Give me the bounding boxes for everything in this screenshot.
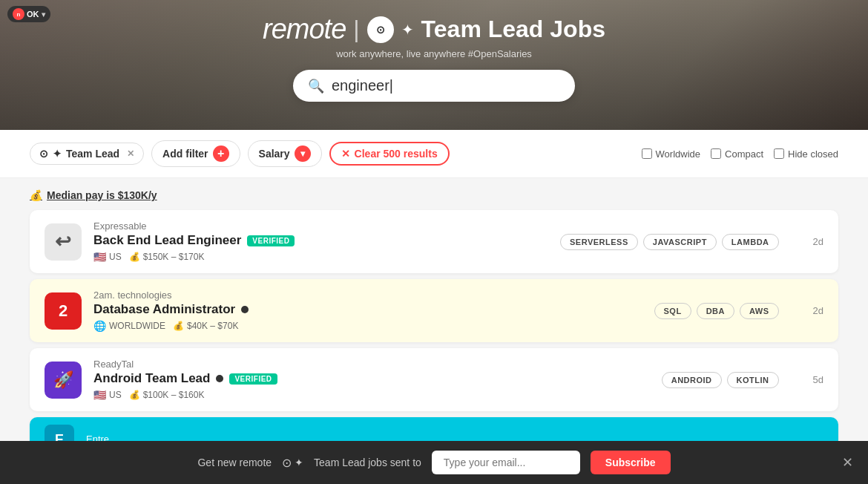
worldwide-label: Worldwide (656, 148, 700, 160)
salary-filter-button[interactable]: Salary ▾ (248, 140, 322, 167)
median-pay-icon: 💰 (30, 189, 42, 201)
time-ago: 2d (813, 236, 823, 247)
location-item: 🇺🇸 US (93, 389, 122, 401)
salary-value: $40K – $70K (187, 321, 238, 331)
job-card[interactable]: 2 2am. technologies Database Administrat… (30, 279, 838, 342)
search-icon: 🔍 (308, 78, 324, 94)
company-name: 2am. technologies (93, 290, 642, 301)
globe-icon: 🌐 (93, 320, 106, 332)
company-name: Expressable (93, 220, 548, 232)
salary-item: 💰 $40K – $70K (173, 321, 238, 331)
salary-filter-label: Salary (259, 148, 290, 160)
email-input[interactable] (432, 451, 580, 474)
worldwide-checkbox[interactable] (642, 148, 652, 159)
hide-closed-label: Hide closed (788, 148, 838, 160)
location-label: US (109, 252, 122, 262)
tag-pill: AWS (740, 303, 779, 319)
time-ago: 5d (813, 374, 823, 385)
salary-chevron-icon: ▾ (295, 145, 311, 162)
hide-closed-checkbox-item[interactable]: Hide closed (774, 148, 838, 160)
logo-letter: 2 (59, 301, 68, 321)
tag-pill: JAVASCRIPT (643, 234, 717, 250)
bottom-bar-icons: ⊙ ✦ (282, 456, 303, 470)
company-name: ReadyTal (93, 359, 650, 370)
search-bar-wrap: 🔍 (293, 70, 575, 102)
job-meta: 🌐 WORLDWIDE 💰 $40K – $70K (93, 320, 642, 332)
ok-label: OK (27, 10, 39, 19)
team-lead-filter-label: Team Lead (66, 148, 119, 160)
clear-results-button[interactable]: ✕ Clear 500 results (329, 142, 450, 166)
flag-icon: 🇺🇸 (93, 251, 106, 263)
flag-icon: 🇺🇸 (93, 389, 106, 401)
location-item: 🌐 WORLDWIDE (93, 320, 165, 332)
job-title-row: Back End Lead Engineer VERIFIED (93, 233, 548, 248)
job-info: Expressable Back End Lead Engineer VERIF… (93, 220, 548, 263)
team-lead-filter-tag[interactable]: ⊙ ✦ Team Lead ✕ (30, 143, 144, 165)
remote-globe-icon: ⊙ (367, 16, 394, 43)
job-meta: 🇺🇸 US 💰 $150K – $170K (93, 251, 548, 263)
verified-badge: VERIFIED (247, 235, 295, 246)
tag-pills: ANDROID KOTLIN (662, 372, 779, 388)
arrow-icon: ✦ (401, 21, 414, 39)
logo-divider: | (353, 16, 359, 43)
search-input[interactable] (332, 77, 560, 94)
tag-pill: DBA (697, 303, 734, 319)
bottom-bar: Get new remote ⊙ ✦ Team Lead jobs sent t… (0, 441, 868, 484)
tag-pill: ANDROID (662, 372, 722, 388)
compact-checkbox-item[interactable]: Compact (711, 148, 763, 160)
clear-label: Clear 500 results (355, 148, 438, 160)
add-filter-plus-icon: + (213, 145, 229, 162)
compact-checkbox[interactable] (711, 148, 721, 159)
median-pay-link[interactable]: 💰 Median pay is $130K/y (30, 189, 157, 201)
median-pay-label: Median pay is $130K/y (47, 189, 157, 201)
team-lead-filter-icon: ⊙ (39, 148, 48, 160)
header: remote | ⊙ ✦ Team Lead Jobs work anywher… (0, 0, 868, 130)
bottom-bar-get-text: Get new remote (197, 457, 272, 468)
dot-indicator-icon (241, 306, 249, 313)
job-meta: 🇺🇸 US 💰 $100K – $160K (93, 389, 650, 401)
salary-icon: 💰 (129, 390, 140, 400)
ok-badge[interactable]: n OK ▾ (7, 6, 50, 22)
dot-indicator-icon (216, 375, 223, 382)
logo-letter: 🚀 (53, 370, 73, 390)
salary-item: 💰 $150K – $170K (129, 252, 205, 262)
team-lead-filter-close-icon[interactable]: ✕ (127, 148, 134, 159)
company-logo-expressable: ↩ (45, 223, 82, 261)
salary-icon: 💰 (129, 252, 140, 262)
job-title: Android Team Lead (93, 371, 210, 386)
search-bar[interactable]: 🔍 (293, 70, 575, 102)
add-filter-button[interactable]: Add filter + (151, 140, 240, 167)
logo-text: remote (263, 13, 346, 45)
clear-icon: ✕ (341, 148, 350, 160)
location-label: US (109, 390, 122, 400)
compact-label: Compact (725, 148, 763, 160)
team-lead-filter-icon2: ✦ (53, 148, 62, 160)
ok-chevron-icon: ▾ (42, 10, 45, 19)
ok-dot-icon: n (13, 8, 24, 20)
worldwide-checkbox-item[interactable]: Worldwide (642, 148, 700, 160)
checkboxes-area: Worldwide Compact Hide closed (642, 148, 838, 160)
job-title: Database Administrator (93, 302, 235, 317)
time-ago: 2d (813, 305, 823, 316)
job-title-row: Database Administrator (93, 302, 642, 317)
job-title: Back End Lead Engineer (93, 233, 241, 248)
bottom-bar-jobs-text: Team Lead jobs sent to (314, 457, 421, 468)
verified-badge: VERIFIED (229, 373, 277, 385)
job-info: 2am. technologies Database Administrator… (93, 290, 642, 332)
tag-pill: KOTLIN (727, 372, 779, 388)
job-info: ReadyTal Android Team Lead VERIFIED 🇺🇸 U… (93, 359, 650, 401)
company-logo-2am: 2 (45, 292, 82, 330)
salary-item: 💰 $100K – $160K (129, 390, 205, 400)
subscribe-button[interactable]: Subscribe (591, 451, 671, 474)
tag-pill: SQL (654, 303, 691, 319)
filters-row: ⊙ ✦ Team Lead ✕ Add filter + Salary ▾ ✕ … (0, 130, 868, 178)
hide-closed-checkbox[interactable] (774, 148, 784, 159)
close-bottom-bar-button[interactable]: ✕ (842, 454, 853, 471)
salary-value: $150K – $170K (143, 252, 205, 262)
job-card[interactable]: ↩ Expressable Back End Lead Engineer VER… (30, 210, 838, 273)
company-logo-readytal: 🚀 (45, 362, 82, 399)
job-card[interactable]: 🚀 ReadyTal Android Team Lead VERIFIED 🇺🇸… (30, 348, 838, 411)
header-subtitle: work anywhere, live anywhere #OpenSalari… (336, 48, 532, 59)
content-area: 💰 Median pay is $130K/y ↩ Expressable Ba… (0, 178, 868, 445)
location-item: 🇺🇸 US (93, 251, 122, 263)
